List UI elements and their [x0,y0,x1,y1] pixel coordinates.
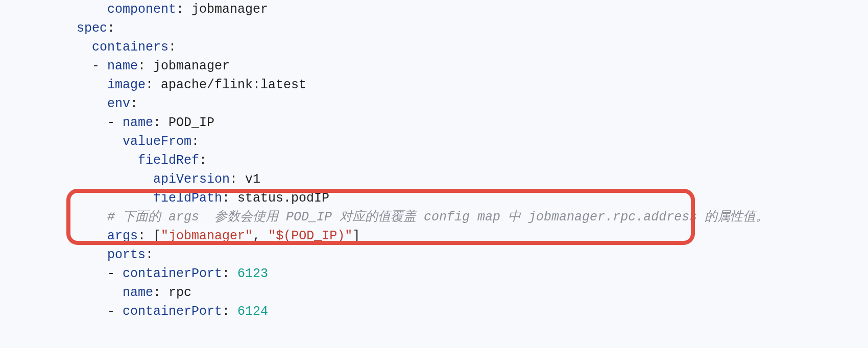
yaml-value: jobmanager [191,2,268,17]
yaml-key: containerPort [123,304,222,319]
yaml-key: containerPort [123,266,222,281]
indent [15,266,107,281]
yaml-key: env [107,96,130,111]
bracket: ] [352,229,360,243]
indent [15,304,107,319]
comma: , [253,229,268,243]
dash: - [107,266,123,281]
yaml-key: name [107,59,138,73]
colon: : [168,40,176,55]
yaml-number: 6123 [237,266,268,281]
yaml-key: ports [107,247,146,262]
indent [15,210,107,225]
yaml-key: fieldPath [153,191,222,206]
colon: : [107,21,115,36]
yaml-number: 6124 [237,304,268,319]
colon: : [153,285,168,300]
indent [15,134,123,149]
colon: : [130,96,138,111]
indent [15,229,107,243]
yaml-code[interactable]: component: jobmanager spec: containers: … [15,0,858,321]
bracket: [ [153,229,161,243]
code-block: component: jobmanager spec: containers: … [0,0,868,330]
indent [15,96,107,111]
colon: : [222,266,237,281]
colon: : [230,172,245,187]
indent [15,153,138,168]
yaml-key: args [107,229,138,243]
yaml-value: v1 [245,172,260,187]
yaml-key: component [107,2,176,17]
yaml-string: "$(POD_IP)" [268,229,352,243]
colon: : [146,78,161,92]
yaml-string: "jobmanager" [161,229,253,243]
indent [15,191,153,206]
indent [15,172,153,187]
yaml-value: rpc [168,285,191,300]
yaml-key: valueFrom [123,134,191,149]
indent [15,2,107,17]
indent [15,285,123,300]
colon: : [153,115,168,130]
yaml-value: status.podIP [237,191,329,206]
dash: - [92,59,107,73]
indent [15,78,107,92]
yaml-key: containers [92,40,168,55]
yaml-key: name [123,285,153,300]
indent [15,115,107,130]
indent [15,59,92,73]
colon: : [138,229,153,243]
indent [15,21,77,36]
yaml-value: jobmanager [153,59,230,73]
dash: - [107,304,123,319]
yaml-value: POD_IP [168,115,214,130]
colon: : [222,191,237,206]
colon: : [176,2,191,17]
yaml-key: image [107,78,146,92]
colon: : [191,134,199,149]
yaml-comment: # 下面的 args 参数会使用 POD_IP 对应的值覆盖 config ma… [107,210,768,225]
yaml-key: fieldRef [138,153,199,168]
indent [15,40,92,55]
yaml-key: spec [77,21,107,36]
dash: - [107,115,123,130]
indent [15,247,107,262]
colon: : [138,59,153,73]
yaml-value: apache/flink:latest [161,78,306,92]
yaml-key: apiVersion [153,172,230,187]
colon: : [222,304,237,319]
colon: : [199,153,207,168]
colon: : [146,247,153,262]
yaml-key: name [123,115,153,130]
